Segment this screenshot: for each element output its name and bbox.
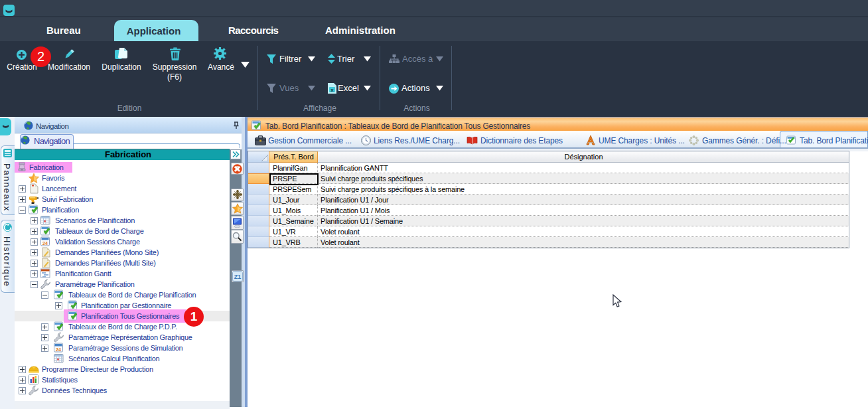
svg-text:Z1: Z1 (234, 274, 242, 280)
svg-text:24: 24 (56, 347, 61, 352)
svg-text:24: 24 (42, 241, 48, 246)
svg-text:x: x (330, 87, 334, 93)
